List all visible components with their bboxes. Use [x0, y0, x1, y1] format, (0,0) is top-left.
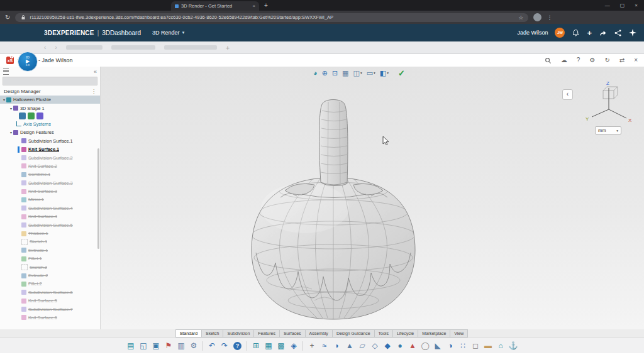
workbench-tab-features[interactable]: Features — [253, 329, 280, 337]
cloud-icon[interactable]: ☁ — [561, 57, 567, 63]
tree-item-design-features[interactable]: Design Features — [0, 128, 100, 136]
notifications-bell-icon[interactable] — [572, 29, 580, 37]
refresh-icon[interactable]: ↻ — [604, 57, 609, 63]
tree-item-mirror-1[interactable]: Mirror.1 — [0, 195, 100, 204]
dashboard-tab-placeholder[interactable] — [66, 45, 103, 50]
chevron-down-icon[interactable]: ▾ — [387, 69, 389, 78]
publish-flag-icon[interactable]: ⚑ — [162, 339, 175, 352]
app-badge-icon[interactable] — [19, 112, 26, 119]
app-badge-icon[interactable] — [28, 112, 35, 119]
dashboard-tab-placeholder[interactable] — [111, 45, 155, 50]
spline-icon[interactable]: ≈ — [318, 339, 331, 352]
tree-item-thicken-1[interactable]: Thicken.1 — [0, 229, 100, 238]
block-icon[interactable]: ▬ — [482, 339, 494, 352]
window-close-icon[interactable]: × — [635, 3, 638, 8]
mirror-icon[interactable]: ◑ — [444, 339, 457, 352]
orientation-triad[interactable]: Z X Y — [582, 78, 635, 126]
refresh-page-icon[interactable]: ↻ — [5, 14, 10, 21]
tree-item-knit-surface-1[interactable]: Knit Surface.1 — [0, 145, 100, 153]
print-icon[interactable]: ▥ — [175, 339, 187, 352]
anchor-icon[interactable]: ⚓ — [507, 339, 519, 352]
help-icon[interactable]: ? — [577, 57, 580, 63]
workbench-tab-design-guidance[interactable]: Design Guidance — [332, 329, 375, 337]
dashboard-back-icon[interactable]: ‹ — [44, 44, 46, 51]
mesh-icon[interactable]: ◈ — [287, 339, 300, 352]
workbench-tab-marketplace[interactable]: Marketplace — [418, 329, 450, 337]
tree-item-subdivision-surface-6[interactable]: Subdivision Surface.6 — [0, 288, 100, 297]
tree-item-extrude-1[interactable]: Extrude.1 — [0, 246, 100, 255]
tree-root-halloween-plushie[interactable]: Halloween Plushie — [0, 96, 100, 104]
tree-item-subdivision-surface-1[interactable]: Subdivision Surface.1 — [0, 137, 100, 145]
app-badge-icon[interactable] — [36, 112, 43, 119]
redo-icon[interactable]: ↷ — [218, 339, 231, 352]
workbench-tab-subdivision[interactable]: Subdivision — [223, 329, 254, 337]
tree-item-extrude-2[interactable]: Extrude.2 — [0, 272, 100, 280]
fit-all-icon[interactable]: ⊡ — [332, 69, 338, 78]
selection-filter-icon[interactable]: ▭▾ — [367, 69, 375, 78]
home-icon[interactable]: ⌂ — [494, 339, 507, 352]
tree-item-subdivision-surface-2[interactable]: Subdivision Surface.2 — [0, 153, 100, 162]
chevron-down-icon[interactable]: ▾ — [360, 69, 362, 78]
window-maximize-icon[interactable]: ▢ — [620, 3, 625, 8]
dashboard-tab-placeholder[interactable] — [164, 45, 217, 50]
open-icon[interactable]: ◱ — [137, 339, 150, 352]
url-field[interactable]: r1132100959258-us1-ifwe.3dexperience.3ds… — [15, 13, 528, 22]
suite-label[interactable]: 3DDashboard — [102, 30, 141, 36]
close-icon[interactable]: × — [634, 57, 638, 63]
sphere-icon[interactable]: ◯ — [419, 339, 431, 352]
axis-system-icon[interactable]: + — [306, 339, 318, 352]
spreadsheet-icon[interactable]: ▦ — [262, 339, 275, 352]
cube-icon[interactable]: ◻ — [469, 339, 482, 352]
pattern-icon[interactable]: ∷ — [457, 339, 469, 352]
help-icon[interactable]: ? — [233, 342, 242, 350]
units-dropdown[interactable]: mm ▾ — [595, 126, 621, 134]
tree-item-knit-surface-4[interactable]: Knit Surface.4 — [0, 212, 100, 221]
settings-gear-icon[interactable]: ⚙ — [589, 57, 595, 63]
expand-panel-button[interactable]: ‹ — [562, 89, 573, 100]
workbench-tab-tools[interactable]: Tools — [374, 329, 393, 337]
update-model-icon[interactable]: ✓ — [398, 69, 405, 78]
workbench-tab-view[interactable]: View — [450, 329, 468, 337]
tree-item-combine-1[interactable]: Combine.1 — [0, 170, 100, 178]
panel-filter-box[interactable] — [3, 77, 97, 85]
tree-item-fillet-2[interactable]: Fillet.2 — [0, 280, 100, 288]
tree-item-sketch-2[interactable]: Sketch.2 — [0, 263, 100, 271]
cylinder-icon[interactable]: ● — [394, 339, 406, 352]
app-context-switcher[interactable]: 3D Render ▼ — [152, 30, 185, 36]
undo-icon[interactable]: ↶ — [206, 339, 218, 352]
tree-item-knit-surface-5[interactable]: Knit Surface.5 — [0, 297, 100, 305]
design-table-icon[interactable]: ⊞ — [250, 339, 262, 352]
cone-icon[interactable]: ▲ — [406, 339, 419, 352]
tab-close-icon[interactable]: × — [252, 3, 255, 9]
switch-apps-icon[interactable]: ⇄ — [619, 57, 625, 63]
tree-item-knit-surface-2[interactable]: Knit Surface.2 — [0, 162, 100, 170]
wedge-icon[interactable]: ◣ — [431, 339, 444, 352]
tree-item-knit-surface-6[interactable]: Knit Surface.6 — [0, 314, 100, 322]
view-modes-icon[interactable]: ◧▾ — [380, 69, 389, 78]
search-icon[interactable] — [545, 57, 552, 64]
shaded-render-icon[interactable]: ◕ — [313, 69, 318, 78]
workbench-tab-sketch[interactable]: Sketch — [201, 329, 223, 337]
solid-icon[interactable]: ◆ — [381, 339, 394, 352]
save-icon[interactable]: ▣ — [150, 339, 162, 352]
compass-icon[interactable]: 3D ▶ K.R — [18, 52, 38, 72]
options-gear-icon[interactable]: ⚙ — [187, 339, 200, 352]
viewport-3d[interactable]: ◕⊕⊡▦◫▾▭▾◧▾✓ ‹ Z X Y mm ▾ — [101, 67, 644, 329]
model-candy-apple[interactable] — [101, 67, 644, 329]
new-tab-button[interactable]: + — [264, 2, 268, 9]
panel-menu-icon[interactable] — [91, 89, 96, 94]
grid-icon[interactable]: ▩ — [275, 339, 287, 352]
tree-item-3d-shape-1[interactable]: 3D Shape 1 — [0, 104, 100, 112]
user-name[interactable]: Jade Wilson — [517, 30, 548, 36]
chevron-down-icon[interactable]: ▾ — [374, 69, 375, 78]
tree-item-sketch-1[interactable]: Sketch.1 — [0, 238, 100, 246]
user-avatar[interactable]: JW — [555, 28, 565, 38]
workbench-tab-assembly[interactable]: Assembly — [305, 329, 333, 337]
surface-icon[interactable]: ◗ — [331, 339, 343, 352]
polygon-icon[interactable]: ◇ — [369, 339, 381, 352]
workbench-tab-standard[interactable]: Standard — [175, 329, 202, 337]
loft-icon[interactable]: ▲ — [343, 339, 356, 352]
tree-item-subdivision-surface-5[interactable]: Subdivision Surface.5 — [0, 221, 100, 229]
tree-item-subdivision-surface-4[interactable]: Subdivision Surface.4 — [0, 204, 100, 212]
share-arrow-icon[interactable] — [599, 29, 607, 37]
